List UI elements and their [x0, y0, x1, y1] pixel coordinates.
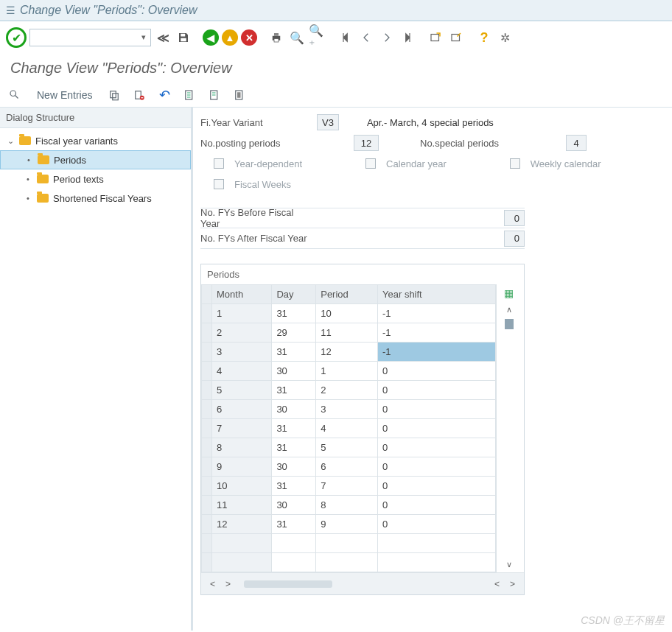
rewind-icon[interactable]: ≪ — [154, 29, 172, 46]
cell-month[interactable]: 5 — [212, 381, 272, 400]
tree-node-period-texts[interactable]: •Period texts — [0, 169, 191, 189]
scroll-down-icon[interactable]: ∨ — [506, 560, 512, 569]
scroll-right-icon[interactable]: > — [223, 579, 234, 589]
cell-period[interactable]: 12 — [316, 343, 378, 362]
new-session-icon[interactable] — [427, 29, 444, 46]
tree-root[interactable]: ⌄ Fiscal year variants — [0, 131, 191, 150]
cell-period[interactable]: 6 — [316, 457, 378, 477]
cell-month[interactable]: 7 — [212, 419, 272, 438]
cell-day[interactable]: 29 — [272, 323, 316, 343]
table-vertical-scrollbar[interactable]: ▦ ∧ ∨ — [496, 284, 521, 572]
select-all-icon[interactable] — [182, 88, 197, 102]
table-row[interactable]: 103170 — [202, 477, 496, 496]
settings-icon[interactable]: ✲ — [496, 29, 514, 46]
table-row-empty[interactable] — [202, 553, 496, 572]
window-menu-icon[interactable]: ☰ — [6, 4, 15, 16]
exit-button[interactable]: ▲ — [222, 29, 238, 46]
cell-month[interactable]: 12 — [212, 515, 272, 534]
cell-month[interactable]: 3 — [212, 343, 272, 362]
cell-year-shift[interactable]: -1 — [378, 323, 496, 343]
row-selector[interactable] — [202, 323, 212, 343]
enter-button[interactable]: ✔ — [6, 27, 27, 48]
scroll-thumb[interactable] — [505, 319, 514, 329]
cell-day[interactable]: 31 — [272, 515, 316, 534]
cancel-button[interactable]: ✕ — [241, 29, 257, 46]
row-selector[interactable] — [202, 477, 212, 496]
cell-period[interactable]: 9 — [316, 515, 378, 534]
scroll-right2-icon[interactable]: > — [507, 579, 518, 589]
next-page-icon[interactable] — [378, 29, 396, 46]
cell-period[interactable]: 3 — [316, 400, 378, 419]
row-selector[interactable] — [202, 457, 212, 477]
scroll-up-icon[interactable]: ∧ — [506, 305, 512, 315]
cell-month[interactable]: 6 — [212, 400, 272, 419]
cell-month[interactable]: 2 — [212, 323, 272, 343]
col-day[interactable]: Day — [272, 285, 316, 304]
col-month[interactable]: Month — [212, 285, 272, 304]
cell-day[interactable]: 31 — [272, 419, 316, 438]
cell-year-shift[interactable]: 0 — [378, 496, 496, 515]
undo-icon[interactable]: ↶ — [157, 88, 172, 102]
table-row[interactable]: 43010 — [202, 362, 496, 381]
table-row[interactable]: 73140 — [202, 419, 496, 438]
row-selector[interactable] — [202, 343, 212, 362]
cell-period[interactable]: 5 — [316, 438, 378, 457]
table-row-empty[interactable] — [202, 534, 496, 553]
cell-month[interactable]: 1 — [212, 304, 272, 323]
cell-year-shift[interactable]: 0 — [378, 457, 496, 477]
cell-period[interactable]: 10 — [316, 304, 378, 323]
first-page-icon[interactable] — [337, 29, 354, 46]
cell-day[interactable]: 31 — [272, 304, 316, 323]
table-row[interactable]: 123190 — [202, 515, 496, 534]
cell-period[interactable]: 8 — [316, 496, 378, 515]
cell-month[interactable]: 8 — [212, 438, 272, 457]
cell-month[interactable]: 9 — [212, 457, 272, 477]
cell-year-shift[interactable]: 0 — [378, 477, 496, 496]
row-selector[interactable] — [202, 496, 212, 515]
table-row[interactable]: 113080 — [202, 496, 496, 515]
deselect-all-icon[interactable] — [232, 88, 247, 102]
cell-day[interactable]: 31 — [272, 438, 316, 457]
copy-as-icon[interactable] — [107, 88, 122, 102]
cell-period[interactable]: 4 — [316, 419, 378, 438]
cell-year-shift[interactable]: 0 — [378, 381, 496, 400]
collapse-icon[interactable]: ⌄ — [6, 136, 15, 146]
col-year-shift[interactable]: Year shift — [378, 285, 496, 304]
cell-day[interactable]: 30 — [272, 400, 316, 419]
back-button[interactable]: ◀ — [203, 29, 219, 46]
print-icon[interactable] — [267, 29, 285, 46]
help-icon[interactable]: ? — [475, 29, 493, 46]
row-selector[interactable] — [202, 362, 212, 381]
table-row[interactable]: 33112-1 — [202, 343, 496, 362]
cell-month[interactable]: 11 — [212, 496, 272, 515]
cell-year-shift[interactable]: 0 — [378, 362, 496, 381]
cell-period[interactable]: 2 — [316, 381, 378, 400]
select-block-icon[interactable] — [207, 88, 222, 102]
new-entries-button[interactable]: New Entries — [32, 86, 97, 104]
cell-year-shift[interactable]: -1 — [378, 343, 496, 362]
last-page-icon[interactable] — [399, 29, 416, 46]
tree-node-shortened-fiscal-years[interactable]: •Shortened Fiscal Years — [0, 189, 191, 208]
cell-day[interactable]: 31 — [272, 343, 316, 362]
row-selector[interactable] — [202, 400, 212, 419]
cell-year-shift[interactable]: 0 — [378, 400, 496, 419]
table-row[interactable]: 22911-1 — [202, 323, 496, 343]
cell-year-shift[interactable]: 0 — [378, 438, 496, 457]
row-selector[interactable] — [202, 381, 212, 400]
cell-month[interactable]: 4 — [212, 362, 272, 381]
hscroll-thumb[interactable] — [244, 580, 332, 588]
col-period[interactable]: Period — [316, 285, 378, 304]
row-selector[interactable] — [202, 419, 212, 438]
scroll-left-icon[interactable]: < — [207, 579, 218, 589]
row-selector[interactable] — [202, 438, 212, 457]
command-field[interactable]: ▾ — [29, 29, 151, 46]
cell-day[interactable]: 31 — [272, 381, 316, 400]
table-row[interactable]: 63030 — [202, 400, 496, 419]
shortcut-icon[interactable] — [447, 29, 465, 46]
cell-day[interactable]: 31 — [272, 477, 316, 496]
toggle-display-icon[interactable] — [7, 88, 22, 102]
cell-period[interactable]: 11 — [316, 323, 378, 343]
cell-month[interactable]: 10 — [212, 477, 272, 496]
cell-day[interactable]: 30 — [272, 362, 316, 381]
cell-year-shift[interactable]: -1 — [378, 304, 496, 323]
